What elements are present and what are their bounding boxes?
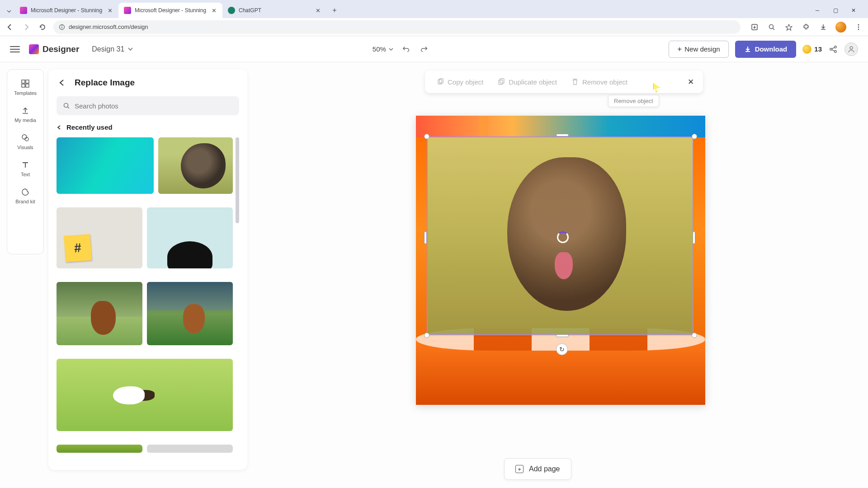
- svg-point-9: [830, 48, 832, 50]
- photo-thumbnail[interactable]: [57, 137, 154, 194]
- share-icon[interactable]: [828, 44, 838, 54]
- url-field[interactable]: designer.microsoft.com/design: [53, 20, 741, 34]
- photo-thumbnail[interactable]: [57, 445, 142, 453]
- close-icon[interactable]: ✕: [107, 7, 113, 14]
- svg-rect-17: [22, 84, 25, 87]
- panel-back-button[interactable]: [57, 77, 67, 88]
- app-body: Templates My media Visuals Text Brand ki…: [0, 62, 868, 488]
- svg-point-6: [858, 24, 859, 25]
- address-bar: designer.microsoft.com/design: [0, 18, 868, 36]
- tab-title: ChatGPT: [239, 7, 261, 14]
- reload-button[interactable]: [37, 22, 48, 33]
- add-page-button[interactable]: + Add page: [504, 458, 571, 480]
- download-button[interactable]: Download: [735, 41, 797, 58]
- undo-button[interactable]: [401, 44, 411, 54]
- extensions-icon[interactable]: [801, 22, 811, 32]
- credits-badge[interactable]: 13: [802, 45, 822, 54]
- photo-thumbnail[interactable]: [57, 282, 142, 345]
- reload-icon: [39, 23, 46, 31]
- chevron-left-icon: [57, 125, 62, 130]
- redo-button[interactable]: [420, 44, 429, 54]
- hamburger-menu[interactable]: [10, 44, 20, 54]
- duplicate-object-button[interactable]: Duplicate object: [492, 75, 562, 89]
- downloads-icon[interactable]: [818, 22, 828, 32]
- rail-label: Templates: [14, 90, 37, 96]
- svg-point-21: [64, 103, 68, 108]
- photo-thumbnail[interactable]: [147, 445, 233, 453]
- panel-title: Replace Image: [75, 78, 135, 88]
- close-window-button[interactable]: ✕: [844, 4, 863, 17]
- rail-visuals[interactable]: Visuals: [7, 129, 43, 154]
- rotate-handle[interactable]: ↻: [556, 343, 568, 355]
- new-design-button[interactable]: + New design: [669, 41, 728, 58]
- design-name: Design 31: [92, 45, 124, 53]
- photo-thumbnail[interactable]: [147, 282, 233, 345]
- url-text: designer.microsoft.com/design: [69, 23, 148, 30]
- credits-count: 13: [814, 45, 822, 53]
- photo-thumbnail[interactable]: [57, 207, 142, 268]
- rail-brand-kit[interactable]: Brand kit: [7, 183, 43, 208]
- new-design-label: New design: [684, 45, 720, 53]
- tab-designer-2[interactable]: Microsoft Designer - Stunning ✕: [118, 3, 222, 18]
- resize-handle-tl[interactable]: [424, 134, 429, 139]
- install-app-icon[interactable]: [750, 22, 760, 32]
- rail-my-media[interactable]: My media: [7, 102, 43, 127]
- close-icon[interactable]: ✕: [315, 7, 321, 14]
- resize-handle-bl[interactable]: [424, 333, 429, 338]
- palette-icon: [20, 187, 30, 197]
- account-avatar[interactable]: [844, 42, 858, 56]
- text-icon: [20, 160, 30, 170]
- tab-title: Microsoft Designer - Stunning: [135, 7, 206, 14]
- designer-favicon-icon: [124, 7, 131, 14]
- design-canvas[interactable]: ↻: [416, 116, 705, 405]
- menu-icon[interactable]: [854, 22, 863, 32]
- resize-handle-right[interactable]: [693, 231, 695, 244]
- maximize-button[interactable]: ▢: [826, 4, 844, 17]
- close-icon[interactable]: ✕: [211, 7, 217, 14]
- tab-chatgpt[interactable]: ChatGPT ✕: [222, 3, 326, 18]
- resize-handle-bottom[interactable]: [556, 334, 569, 337]
- back-button[interactable]: [5, 22, 15, 33]
- svg-rect-1: [61, 27, 62, 28]
- rail-text[interactable]: Text: [7, 156, 43, 181]
- forward-button[interactable]: [21, 22, 32, 33]
- tab-scroll-left[interactable]: [4, 6, 14, 17]
- app-logo[interactable]: Designer: [29, 44, 79, 54]
- bookmark-icon[interactable]: [784, 22, 794, 32]
- svg-point-2: [61, 25, 62, 26]
- loading-spinner-icon: [557, 231, 569, 243]
- svg-line-13: [832, 50, 835, 51]
- minimize-button[interactable]: ─: [808, 4, 826, 17]
- zoom-dropdown[interactable]: 50%: [373, 45, 393, 53]
- rail-label: Brand kit: [15, 199, 35, 204]
- copy-object-button[interactable]: Copy object: [431, 75, 489, 89]
- resize-handle-top[interactable]: [556, 134, 569, 136]
- svg-rect-18: [26, 84, 29, 87]
- designer-logo-icon: [29, 44, 39, 54]
- photo-thumbnail[interactable]: [147, 207, 233, 268]
- photo-thumbnail[interactable]: [158, 137, 233, 194]
- recently-used-header[interactable]: Recently used: [57, 123, 239, 131]
- close-toolbar-button[interactable]: ✕: [685, 76, 697, 88]
- zoom-icon[interactable]: [767, 22, 777, 32]
- resize-handle-left[interactable]: [424, 231, 427, 244]
- logo-text: Designer: [42, 44, 79, 54]
- search-photos-field[interactable]: [57, 96, 239, 115]
- design-name-dropdown[interactable]: Design 31: [92, 45, 133, 53]
- chevron-down-icon: [128, 47, 133, 52]
- profile-avatar[interactable]: [835, 22, 846, 33]
- resize-handle-tr[interactable]: [692, 134, 697, 139]
- rail-label: My media: [14, 117, 36, 123]
- new-tab-button[interactable]: +: [328, 4, 341, 17]
- photo-thumbnail[interactable]: [57, 359, 233, 431]
- resize-handle-br[interactable]: [692, 333, 697, 338]
- tab-designer-1[interactable]: Microsoft Designer - Stunning ✕: [14, 3, 118, 18]
- rail-templates[interactable]: Templates: [7, 75, 43, 99]
- svg-point-19: [22, 135, 27, 139]
- remove-object-button[interactable]: Remove object: [566, 75, 633, 89]
- person-icon: [847, 45, 855, 53]
- search-photos-input[interactable]: [75, 102, 233, 110]
- svg-line-22: [68, 107, 70, 109]
- left-rail: Templates My media Visuals Text Brand ki…: [7, 69, 44, 254]
- scrollbar[interactable]: [236, 137, 239, 223]
